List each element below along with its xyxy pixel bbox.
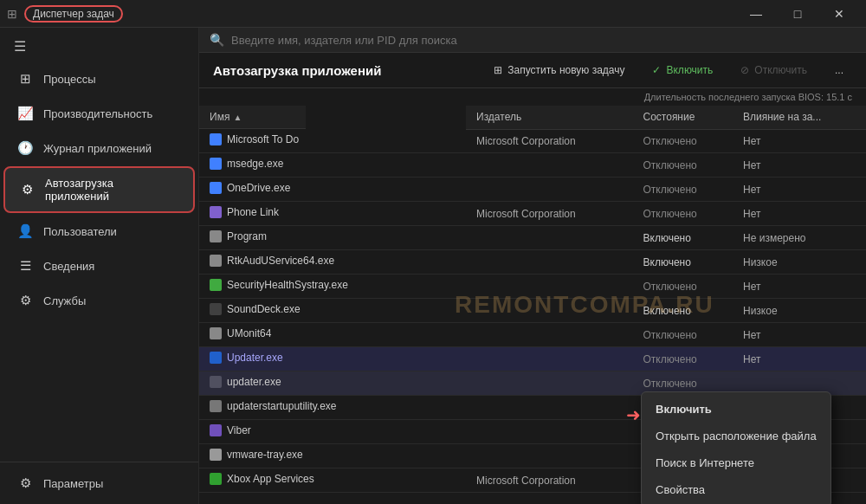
sidebar-item-users[interactable]: 👤 Пользователи (3, 215, 195, 248)
table-row[interactable]: Updater.exe Отключено Нет (199, 347, 866, 372)
app-icon (210, 376, 222, 388)
cell-publisher (466, 226, 633, 250)
context-menu-item-enable[interactable]: Включить (642, 396, 830, 423)
context-menu-item-properties[interactable]: Свойства (642, 476, 830, 503)
cell-publisher: Microsoft Corporation (466, 468, 633, 493)
app-icon (210, 449, 222, 461)
cell-status: Отключено (633, 129, 734, 153)
main-layout: ☰ ⊞ Процессы 📈 Производительность 🕐 Журн… (0, 28, 866, 504)
sidebar-item-settings[interactable]: ⚙ Параметры (3, 467, 195, 500)
col-impact[interactable]: Влияние на за... (733, 106, 866, 129)
check-icon: ✓ (652, 64, 661, 76)
cell-impact: Нет (733, 129, 866, 153)
context-menu-item-search[interactable]: Поиск в Интернете (642, 449, 830, 476)
sort-icon: ▲ (233, 113, 242, 122)
table-row[interactable]: OneDrive.exe Отключено Нет (199, 178, 866, 202)
details-icon: ☰ (17, 258, 33, 274)
app-name: Phone Link (227, 206, 279, 218)
cell-publisher (466, 299, 633, 323)
maximize-button[interactable]: □ (778, 0, 818, 28)
cell-publisher (466, 153, 633, 178)
cell-name: OneDrive.exe (199, 178, 466, 202)
settings-icon: ⚙ (17, 475, 33, 491)
close-button[interactable]: ✕ (819, 0, 859, 28)
cell-name: UMonit64 (199, 323, 466, 347)
table-row[interactable]: Microsoft To Do Microsoft Corporation От… (199, 129, 866, 153)
search-input[interactable] (231, 34, 856, 47)
cell-publisher (466, 420, 633, 444)
sidebar-item-services[interactable]: ⚙ Службы (3, 284, 195, 317)
app-name: updaterstartuputility.exe (227, 400, 337, 412)
title-bar: ⊞ Диспетчер задач — □ ✕ (0, 0, 866, 28)
app-name: vmware-tray.exe (227, 449, 303, 461)
table-row[interactable]: Phone Link Microsoft Corporation Отключе… (199, 202, 866, 226)
sidebar-bottom: ⚙ Параметры (0, 462, 198, 504)
table-row[interactable]: UMonit64 Отключено Нет (199, 323, 866, 347)
title-bar-title: Диспетчер задач (24, 5, 123, 23)
app-name: RtkAudUService64.exe (227, 255, 334, 267)
cell-publisher (466, 323, 633, 347)
cell-impact: Нет (733, 153, 866, 178)
new-task-button[interactable]: ⊞ Запустить новую задачу (485, 60, 633, 81)
cell-impact: Не измерено (733, 226, 866, 250)
context-menu[interactable]: Включить Открыть расположение файла Поис… (641, 391, 831, 504)
app-icon-small: ⊞ (7, 7, 17, 21)
sidebar-item-apphistory[interactable]: 🕐 Журнал приложений (3, 132, 195, 165)
enable-button[interactable]: ✓ Включить (643, 60, 721, 81)
cell-publisher (466, 178, 633, 202)
table-row[interactable]: msedge.exe Отключено Нет (199, 153, 866, 178)
cell-name: Program (199, 226, 466, 250)
sidebar-item-performance[interactable]: 📈 Производительность (3, 97, 195, 130)
cell-name: Updater.exe (199, 347, 466, 372)
cell-publisher (466, 372, 633, 396)
sidebar-item-startup[interactable]: ⚙ Автозагрузка приложений (3, 166, 195, 213)
sidebar-item-details[interactable]: ☰ Сведения (3, 249, 195, 282)
cell-status: Отключено (633, 202, 734, 226)
context-menu-item-open-location[interactable]: Открыть расположение файла (642, 423, 830, 449)
search-bar: 🔍 (199, 28, 866, 53)
sidebar-item-processes[interactable]: ⊞ Процессы (3, 62, 195, 95)
cell-name: RtkAudUService64.exe (199, 250, 466, 275)
table-row[interactable]: Program Включено Не измерено (199, 226, 866, 250)
table-container[interactable]: REMONTCOMPA.RU Имя ▲ Издатель Состояние … (199, 106, 866, 504)
app-name: Microsoft To Do (227, 133, 299, 145)
app-icon (210, 230, 222, 242)
app-icon (210, 424, 222, 436)
history-icon: 🕐 (17, 140, 33, 156)
cell-status: Отключено (633, 153, 734, 178)
cell-status: Включено (633, 250, 734, 275)
col-name[interactable]: Имя ▲ (199, 106, 306, 129)
table-row[interactable]: SoundDeck.exe Включено Низкое (199, 299, 866, 323)
app-icon (210, 400, 222, 412)
cell-status: Включено (633, 226, 734, 250)
col-publisher[interactable]: Издатель (466, 106, 633, 129)
app-icon (210, 158, 222, 170)
app-name: msedge.exe (227, 158, 283, 170)
app-name: UMonit64 (227, 327, 271, 339)
processes-icon: ⊞ (17, 71, 33, 87)
cell-publisher (466, 250, 633, 275)
block-icon: ⊘ (740, 64, 749, 76)
hamburger-icon[interactable]: ☰ (0, 31, 198, 61)
more-button[interactable]: ... (826, 60, 852, 81)
minimize-button[interactable]: — (736, 0, 776, 28)
app-icon (210, 255, 222, 267)
cell-impact: Низкое (733, 250, 866, 275)
cell-impact: Низкое (733, 299, 866, 323)
disable-button[interactable]: ⊘ Отключить (732, 60, 816, 81)
arrow-icon: ➜ (626, 404, 641, 425)
performance-icon: 📈 (17, 106, 33, 121)
cell-status: Отключено (633, 323, 734, 347)
table-row[interactable]: RtkAudUService64.exe Включено Низкое (199, 250, 866, 275)
cell-name: Phone Link (199, 202, 466, 226)
table-row[interactable]: SecurityHealthSystray.exe Отключено Нет (199, 275, 866, 299)
cell-publisher: Microsoft Corporation (466, 202, 633, 226)
cell-name: Xbox App Services (199, 468, 466, 493)
col-status[interactable]: Состояние (633, 106, 734, 129)
title-bar-controls: — □ ✕ (736, 0, 859, 28)
app-name: Viber (227, 424, 251, 436)
app-icon (210, 327, 222, 339)
search-icon: 🔍 (210, 33, 224, 47)
cell-name: SecurityHealthSystray.exe (199, 275, 466, 299)
app-icon (210, 279, 222, 291)
